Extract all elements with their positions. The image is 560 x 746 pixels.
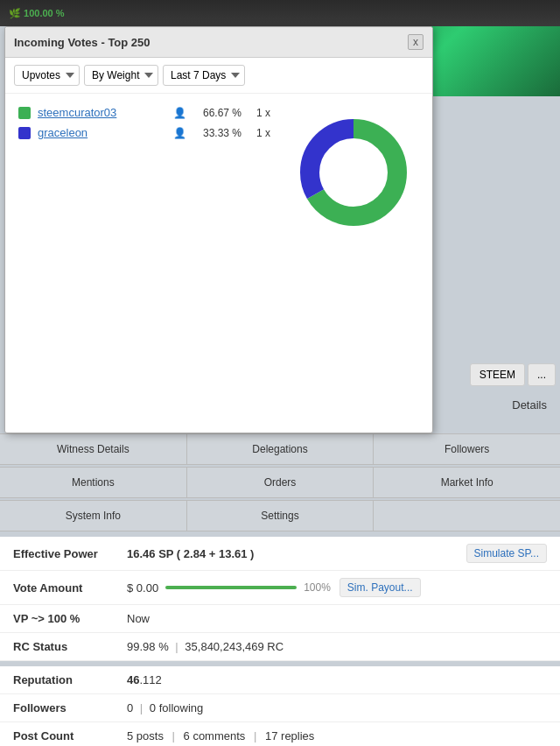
- reputation-decimal: .112: [139, 673, 161, 686]
- banner-logo: 🌿 100.00 %: [9, 8, 65, 19]
- modal-title: Incoming Votes - Top 250: [14, 36, 150, 49]
- effective-power-label: Effective Power: [13, 547, 118, 560]
- nav-row-2: Mentions Orders Market Info: [0, 467, 560, 498]
- vote-amount-value: $ 0.00: [127, 581, 158, 595]
- votes-sort-select[interactable]: By Weight: [84, 65, 158, 86]
- post-divider-2: |: [254, 729, 260, 742]
- vote-pct-2: 33.33 %: [193, 127, 242, 139]
- rc-amount: 35,840,243,469 RC: [185, 640, 284, 653]
- donut-chart: [288, 107, 419, 238]
- vote-table: steemcurator03 👤 66.67 % 1 x graceleon 👤…: [14, 102, 275, 243]
- nav-market-info[interactable]: Market Info: [374, 468, 560, 497]
- vote-color-2: [18, 127, 31, 139]
- modal-header: Incoming Votes - Top 250 x: [5, 27, 432, 58]
- following-count: 0 following: [150, 701, 203, 714]
- post-count-label: Post Count: [13, 729, 118, 742]
- effective-power-row: Effective Power 16.46 SP ( 2.84 + 13.61 …: [0, 537, 560, 571]
- followers-divider: |: [140, 701, 146, 714]
- stats-section: Effective Power 16.46 SP ( 2.84 + 13.61 …: [0, 537, 560, 661]
- votes-period-select[interactable]: Last 7 Days: [163, 65, 245, 86]
- followers-row: Followers 0 | 0 following: [0, 694, 560, 722]
- post-divider-1: |: [172, 729, 178, 742]
- nav-delegations[interactable]: Delegations: [187, 434, 374, 464]
- rc-label: RC Status: [13, 640, 118, 653]
- modal-close-button[interactable]: x: [408, 34, 424, 50]
- details-link[interactable]: Details: [512, 398, 547, 412]
- vote-name-2[interactable]: graceleon: [38, 126, 166, 139]
- steem-controls: STEEM ...: [470, 363, 556, 386]
- followers-count: 0: [127, 701, 133, 714]
- steem-more-button[interactable]: ...: [528, 363, 556, 386]
- nav-empty: [374, 501, 560, 531]
- reputation-label: Reputation: [13, 673, 118, 686]
- rc-value: 99.98 % | 35,840,243,469 RC: [127, 640, 547, 653]
- vote-amount-label: Vote Amount: [13, 581, 118, 595]
- comments-value: 6 comments: [184, 729, 246, 742]
- vote-pct-1: 66.67 %: [193, 107, 242, 119]
- nav-system-info[interactable]: System Info: [0, 501, 187, 531]
- vp-label: VP ~> 100 %: [13, 612, 118, 625]
- votes-type-select[interactable]: Upvotes: [14, 65, 80, 86]
- vote-count-1: 1 x: [248, 107, 270, 119]
- modal-body: steemcurator03 👤 66.67 % 1 x graceleon 👤…: [5, 94, 432, 251]
- steem-button[interactable]: STEEM: [470, 363, 525, 386]
- posts-value: 5 posts: [127, 729, 164, 742]
- nav-witness-details[interactable]: Witness Details: [0, 434, 187, 464]
- vote-amount-row: Vote Amount $ 0.00 100% Sim. Payout...: [0, 571, 560, 605]
- nav-row-3: System Info Settings: [0, 500, 560, 531]
- vp-row: VP ~> 100 % Now: [0, 605, 560, 633]
- nav-settings[interactable]: Settings: [187, 501, 374, 531]
- post-count-row: Post Count 5 posts | 6 comments | 17 rep…: [0, 722, 560, 746]
- chart-center: [323, 142, 384, 203]
- rc-divider: |: [175, 640, 181, 653]
- vote-name-1[interactable]: steemcurator03: [38, 106, 166, 119]
- vote-slider[interactable]: [165, 586, 297, 589]
- effective-power-value: 16.46 SP ( 2.84 + 13.61 ): [127, 547, 458, 560]
- vote-row[interactable]: graceleon 👤 33.33 % 1 x: [14, 123, 275, 143]
- followers-label: Followers: [13, 701, 118, 714]
- vote-count-2: 1 x: [248, 127, 270, 139]
- donut-chart-container: [284, 102, 424, 243]
- followers-value: 0 | 0 following: [127, 701, 547, 714]
- nav-mentions[interactable]: Mentions: [0, 468, 187, 497]
- incoming-votes-modal: Incoming Votes - Top 250 x Upvotes By We…: [4, 26, 433, 433]
- nav-followers[interactable]: Followers: [374, 434, 560, 464]
- simulate-sp-button[interactable]: Simulate SP...: [466, 544, 547, 563]
- sp-value: 16.46 SP ( 2.84 + 13.61 ): [127, 547, 254, 560]
- vote-color-1: [18, 107, 31, 119]
- top-banner: 🌿 100.00 %: [0, 0, 560, 26]
- nav-orders[interactable]: Orders: [187, 468, 374, 497]
- rc-row: RC Status 99.98 % | 35,840,243,469 RC: [0, 633, 560, 661]
- post-count-value: 5 posts | 6 comments | 17 replies: [127, 729, 547, 742]
- reputation-integer: 46: [127, 673, 139, 686]
- replies-value: 17 replies: [265, 729, 314, 742]
- vote-row[interactable]: steemcurator03 👤 66.67 % 1 x: [14, 102, 275, 123]
- rc-pct: 99.98 %: [127, 640, 169, 653]
- reputation-row: Reputation 46.112: [0, 666, 560, 694]
- stats-section-2: Reputation 46.112 Followers 0 | 0 follow…: [0, 666, 560, 746]
- sim-payout-button[interactable]: Sim. Payout...: [340, 578, 421, 597]
- vote-pct-badge: 100%: [304, 581, 331, 594]
- person-icon-1: 👤: [173, 107, 186, 119]
- reputation-value: 46.112: [127, 673, 547, 686]
- bottom-area: Witness Details Delegations Followers Me…: [0, 433, 560, 746]
- vp-value: Now: [127, 612, 547, 625]
- nav-row-1: Witness Details Delegations Followers: [0, 433, 560, 465]
- vote-slider-container: $ 0.00 100%: [127, 581, 331, 595]
- person-icon-2: 👤: [173, 127, 186, 139]
- modal-controls: Upvotes By Weight Last 7 Days: [5, 58, 432, 94]
